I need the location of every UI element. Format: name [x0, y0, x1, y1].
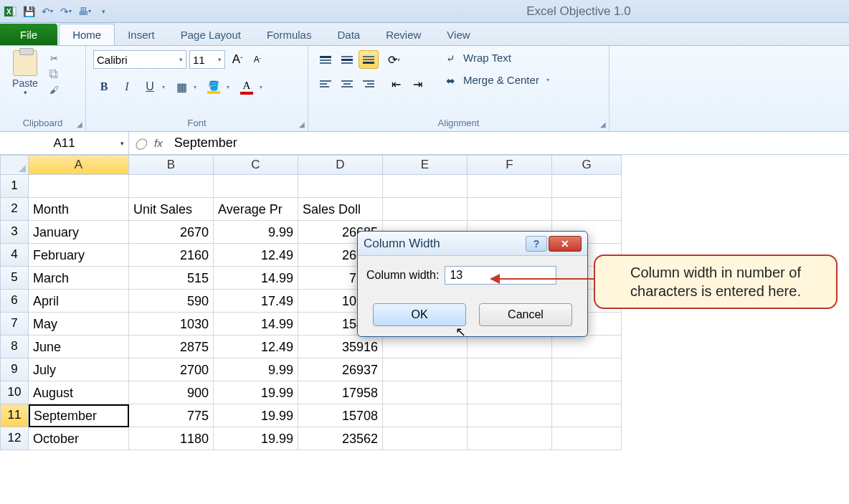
copy-icon[interactable]: ⿻ — [46, 67, 62, 80]
cell[interactable]: 35916 — [298, 336, 383, 358]
cell[interactable]: August — [29, 381, 129, 404]
cell[interactable] — [468, 198, 552, 221]
cell[interactable] — [29, 175, 129, 198]
cell[interactable]: Average Pr — [214, 198, 298, 221]
cell[interactable]: 2700 — [129, 358, 214, 381]
formula-content[interactable]: September — [169, 135, 237, 151]
cell[interactable]: Unit Sales — [129, 198, 214, 221]
orientation-button[interactable]: ⟳▾ — [386, 50, 406, 69]
name-box[interactable]: A11▾ — [0, 132, 129, 154]
fill-color-button[interactable]: 🪣 — [202, 77, 225, 96]
tab-home[interactable]: Home — [59, 24, 115, 45]
cell[interactable]: 775 — [129, 404, 214, 427]
align-left-button[interactable] — [316, 75, 336, 93]
row-head-1[interactable]: 1 — [0, 175, 29, 198]
col-head-D[interactable]: D — [298, 155, 383, 175]
cell[interactable]: 14.99 — [214, 313, 298, 336]
align-right-button[interactable] — [359, 75, 379, 93]
qat-customize-icon[interactable]: ▾ — [96, 4, 110, 19]
redo-icon[interactable]: ↷▾ — [59, 4, 73, 19]
tab-formulas[interactable]: Formulas — [254, 24, 325, 45]
cell[interactable]: 17958 — [298, 381, 383, 404]
underline-button[interactable]: U — [139, 77, 161, 96]
cell[interactable] — [383, 427, 468, 450]
cell[interactable] — [298, 175, 383, 198]
row-head-5[interactable]: 5 — [0, 267, 29, 290]
cell[interactable]: 26937 — [298, 358, 383, 381]
cell[interactable]: October — [29, 427, 129, 450]
ok-button[interactable]: OK — [373, 303, 466, 326]
alignment-launcher-icon[interactable]: ◢ — [600, 120, 606, 128]
cell[interactable]: 590 — [129, 290, 214, 313]
cell[interactable]: February — [29, 244, 129, 267]
cell[interactable]: 1030 — [129, 313, 214, 336]
col-head-E[interactable]: E — [383, 155, 468, 175]
cell[interactable] — [383, 175, 468, 198]
cell[interactable]: May — [29, 313, 129, 336]
grow-font-button[interactable]: Aˆ — [228, 50, 247, 69]
cell[interactable]: July — [29, 358, 129, 381]
cancel-formula-icon[interactable]: ◯ — [135, 137, 147, 150]
dialog-close-button[interactable]: ✕ — [549, 236, 582, 252]
row-head-3[interactable]: 3 — [0, 221, 29, 244]
cell[interactable]: April — [29, 290, 129, 313]
cell[interactable] — [383, 381, 468, 404]
cell[interactable] — [468, 358, 552, 381]
cell[interactable]: 9.99 — [214, 221, 298, 244]
font-color-button[interactable]: A — [235, 77, 258, 96]
undo-icon[interactable]: ↶▾ — [40, 4, 54, 19]
cell[interactable]: 19.99 — [214, 381, 298, 404]
cell[interactable] — [468, 427, 552, 450]
col-head-F[interactable]: F — [468, 155, 552, 175]
cell[interactable] — [468, 404, 552, 427]
cell[interactable] — [552, 175, 622, 198]
cell[interactable] — [129, 175, 214, 198]
row-head-12[interactable]: 12 — [0, 427, 29, 450]
merge-center-button[interactable]: ⬌Merge & Center▾ — [442, 72, 558, 87]
cell[interactable]: 2160 — [129, 244, 214, 267]
row-head-6[interactable]: 6 — [0, 290, 29, 313]
tab-view[interactable]: View — [434, 24, 483, 45]
tab-file[interactable]: File — [0, 24, 57, 45]
decrease-indent-button[interactable]: ⇤ — [386, 75, 406, 93]
cell[interactable]: Sales Doll — [298, 198, 383, 221]
cell[interactable]: January — [29, 221, 129, 244]
row-head-10[interactable]: 10 — [0, 381, 29, 404]
cell[interactable]: 19.99 — [214, 404, 298, 427]
dialog-help-button[interactable]: ? — [526, 236, 547, 252]
row-head-7[interactable]: 7 — [0, 313, 29, 336]
wrap-text-button[interactable]: ⤶Wrap Text — [442, 50, 558, 65]
col-head-C[interactable]: C — [214, 155, 298, 175]
cell[interactable]: 900 — [129, 381, 214, 404]
align-middle-button[interactable] — [337, 50, 357, 69]
format-painter-icon[interactable]: 🖌 — [46, 83, 62, 96]
paste-button[interactable]: Paste ▾ — [7, 50, 43, 96]
tab-insert[interactable]: Insert — [115, 24, 168, 45]
col-head-B[interactable]: B — [129, 155, 214, 175]
cell[interactable] — [552, 404, 622, 427]
font-size-combo[interactable]: 11▾ — [189, 50, 225, 69]
dialog-titlebar[interactable]: Column Width ? ✕ — [358, 232, 587, 256]
cell[interactable] — [552, 381, 622, 404]
increase-indent-button[interactable]: ⇥ — [407, 75, 427, 93]
cell[interactable] — [468, 175, 552, 198]
cell[interactable] — [383, 198, 468, 221]
cell[interactable]: 23562 — [298, 427, 383, 450]
clipboard-launcher-icon[interactable]: ◢ — [77, 120, 82, 128]
cell[interactable]: 9.99 — [214, 358, 298, 381]
cell[interactable]: September — [29, 404, 129, 427]
cell[interactable] — [383, 336, 468, 358]
bold-button[interactable]: B — [93, 77, 115, 96]
excel-icon[interactable]: X — [3, 4, 17, 19]
row-head-4[interactable]: 4 — [0, 244, 29, 267]
cell[interactable] — [383, 404, 468, 427]
cell[interactable]: 515 — [129, 267, 214, 290]
cell[interactable]: 17.49 — [214, 290, 298, 313]
row-head-9[interactable]: 9 — [0, 358, 29, 381]
select-all-corner[interactable] — [0, 155, 29, 175]
cell[interactable]: 2875 — [129, 336, 214, 358]
shrink-font-button[interactable]: Aˇ — [248, 50, 267, 69]
cell[interactable] — [468, 336, 552, 358]
tab-data[interactable]: Data — [324, 24, 373, 45]
font-name-combo[interactable]: Calibri▾ — [93, 50, 186, 69]
